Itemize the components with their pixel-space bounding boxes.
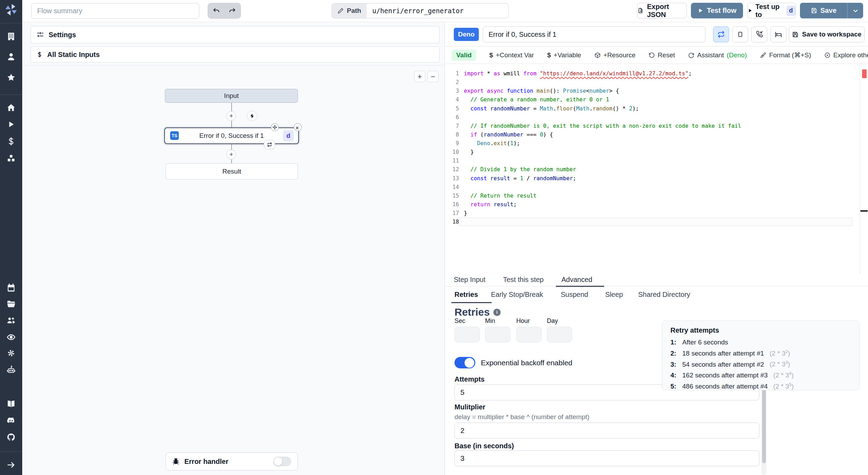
base-input[interactable] [454,450,759,466]
line-number: 17 [445,209,459,217]
format-button[interactable]: Format (⌘+S) [760,51,811,59]
trigger-button[interactable] [247,111,257,121]
code-line[interactable]: 17} [445,209,868,217]
code-line[interactable]: 9 Deno.exit(1); [445,139,868,148]
insert-step-button[interactable]: + [226,111,236,121]
home-icon[interactable] [7,103,16,112]
step-id-badge[interactable]: d [283,130,294,141]
save-to-workspace-label: Save to workspace [802,31,861,38]
save-button[interactable]: Save [800,3,847,18]
code-line[interactable]: 11 [445,156,868,165]
favorites-icon[interactable] [7,73,16,82]
zoom-in-button[interactable]: + [414,71,425,82]
line-number: 14 [445,183,459,191]
code-line[interactable]: 15 // Return the result [445,191,868,200]
early-stop-indicator-button[interactable] [732,26,748,42]
code-editor[interactable]: 1import * as wmill from "https://deno.la… [445,64,868,274]
flow-summary-input[interactable] [31,3,199,19]
code-line[interactable]: 8 if (randomNumber === 0) { [445,130,868,139]
retries-section: Retries i Sec Min Hour Day Exponential b… [445,304,868,475]
workspace-icon[interactable] [7,32,16,41]
code-line[interactable]: 6 [445,113,868,122]
runs-icon[interactable] [7,120,16,129]
folders-icon[interactable] [7,300,16,309]
line-number: 18 [445,217,459,226]
hour-input[interactable] [516,327,542,342]
expand-sidebar-icon[interactable] [7,460,16,469]
user-icon[interactable] [7,52,16,61]
info-icon[interactable]: i [493,309,501,316]
path-field[interactable]: Path u/henri/error_generator [332,3,509,18]
test-flow-button[interactable]: Test flow [691,3,743,18]
add-context-var-button[interactable]: $+Context Var [489,51,534,59]
delete-step-button[interactable]: × [294,123,302,131]
assistant-lang-label: (Deno) [727,51,747,59]
path-value[interactable]: u/henri/error_generator [367,3,469,18]
workers-icon[interactable] [7,365,16,374]
code-line[interactable]: 13 const result = 1 / randomNumber; [445,174,868,183]
github-icon[interactable] [7,433,16,442]
zoom-out-button[interactable]: − [427,71,439,82]
tab-test-this-step[interactable]: Test this step [503,276,544,284]
insert-step-button[interactable]: + [226,150,236,159]
day-input[interactable] [547,327,572,342]
docs-icon[interactable] [7,399,16,408]
exponential-backoff-toggle[interactable] [454,357,475,368]
save-to-workspace-button[interactable]: Save to workspace [789,26,865,42]
settings-icon[interactable] [7,349,16,358]
save-label: Save [820,7,837,15]
line-number: 1 [445,69,459,78]
code-line[interactable]: 4 // Generate a random number, either 0 … [445,95,868,104]
code-line[interactable]: 7 // If randomNumber is 0, exit the scri… [445,122,868,130]
step-retries-indicator[interactable] [264,140,275,149]
code-line[interactable]: 1import * as wmill from "https://deno.la… [445,69,868,78]
groups-icon[interactable] [7,316,16,325]
tab-advanced[interactable]: Advanced [561,276,592,284]
code-line[interactable]: 12 // Divide 1 by the random number [445,165,868,174]
flow-step-node[interactable]: Error if 0, Success if 1 [164,127,299,144]
code-line[interactable]: 16 return result; [445,200,868,209]
step-title-input[interactable] [483,26,706,42]
explore-scripts-button[interactable]: Explore other s [824,51,868,59]
code-line[interactable]: 18 [445,217,868,226]
export-json-button[interactable]: Export JSON [637,3,687,18]
all-static-inputs-bar[interactable]: All Static Inputs [31,47,440,62]
flow-result-node[interactable]: Result [166,163,298,180]
min-input[interactable] [485,327,510,342]
code-line[interactable]: 5 const randomNumber = Math.floor(Math.r… [445,104,868,113]
discord-icon[interactable] [7,416,16,425]
tab-step-input[interactable]: Step Input [454,276,485,284]
redo-button[interactable] [225,4,239,17]
windmill-logo-icon[interactable] [5,3,17,16]
multiplier-input[interactable] [454,423,759,439]
code-line[interactable]: 3export async function main(): Promise<n… [445,86,868,95]
flow-input-node[interactable]: Input [165,89,298,103]
flow-canvas[interactable] [22,65,444,475]
code-line[interactable]: 14 [445,183,868,191]
resources-icon[interactable] [7,154,16,163]
variables-icon[interactable] [7,137,16,146]
schedules-icon[interactable] [7,283,16,292]
retries-indicator-button[interactable] [713,26,729,42]
flow-settings-bar[interactable]: Settings [31,26,440,43]
assistant-button[interactable]: Assistant(Deno) [688,51,747,59]
add-resource-button[interactable]: +Resource [594,51,635,59]
move-step-button[interactable] [271,123,279,131]
undo-button[interactable] [209,4,223,17]
code-line[interactable]: 2 [445,78,868,86]
tab-sleep[interactable]: Sleep [605,291,623,299]
tab-suspend[interactable]: Suspend [561,291,588,299]
sec-input[interactable] [454,327,480,342]
reset-button[interactable]: Reset [649,51,675,59]
tab-shared-directory[interactable]: Shared Directory [638,291,690,299]
tab-retries[interactable]: Retries [454,291,478,299]
error-handler-toggle[interactable] [273,457,291,466]
add-variable-button[interactable]: $+Variable [547,51,581,59]
audit-logs-icon[interactable] [7,333,16,342]
test-up-to-button[interactable]: Test up to d [747,3,796,18]
sleep-indicator-button[interactable] [770,26,786,42]
suspend-indicator-button[interactable] [751,26,767,42]
save-dropdown-button[interactable] [847,3,863,18]
code-line[interactable]: 10 } [445,148,868,156]
tab-early-stop[interactable]: Early Stop/Break [491,291,543,299]
